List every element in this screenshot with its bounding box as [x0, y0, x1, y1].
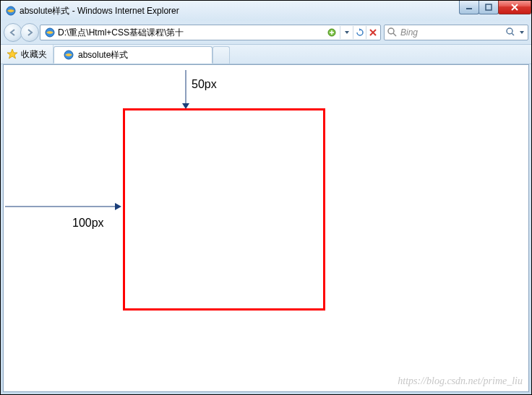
svg-rect-1	[466, 8, 472, 9]
new-tab-button[interactable]	[213, 46, 230, 64]
maximize-button[interactable]	[479, 0, 499, 14]
tab-active[interactable]: absolute样式	[53, 46, 213, 64]
minimize-button[interactable]	[459, 0, 479, 14]
refresh-button[interactable]	[353, 26, 366, 39]
window-controls	[460, 0, 531, 14]
search-dropdown-icon[interactable]	[506, 27, 516, 38]
stop-button[interactable]	[366, 26, 379, 39]
left-offset-label: 100px	[72, 217, 104, 230]
tab-title: absolute样式	[78, 49, 128, 61]
favorites-button[interactable]: 收藏夹	[1, 45, 53, 64]
ie-icon	[5, 5, 17, 17]
search-options-icon[interactable]	[519, 30, 525, 35]
browser-window: absolute样式 - Windows Internet Explorer	[1, 1, 531, 394]
arrow-left	[4, 199, 126, 214]
star-icon	[7, 48, 18, 60]
search-box[interactable]: Bing	[384, 25, 528, 40]
window-title: absolute样式 - Windows Internet Explorer	[20, 5, 179, 17]
positioned-box	[123, 108, 325, 311]
address-bar[interactable]: D:\重点\Html+CSS基础课程\第十	[40, 25, 381, 40]
svg-point-6	[507, 28, 512, 34]
titlebar: absolute样式 - Windows Internet Explorer	[1, 1, 531, 21]
svg-rect-2	[486, 4, 492, 10]
tab-bar: 收藏夹 absolute样式	[1, 44, 531, 64]
nav-buttons	[4, 23, 37, 42]
page-icon	[44, 27, 56, 38]
svg-point-5	[388, 28, 394, 34]
tab-icon	[63, 49, 74, 61]
close-button[interactable]	[498, 0, 531, 14]
watermark: https://blog.csdn.net/prime_liu	[398, 376, 523, 387]
page-viewport: 50px 100px https://blog.csdn.net/prime_l…	[3, 64, 529, 392]
search-icon	[387, 27, 398, 38]
nav-toolbar: D:\重点\Html+CSS基础课程\第十 Bing	[1, 21, 531, 44]
compat-icon[interactable]	[326, 27, 338, 38]
top-offset-label: 50px	[192, 78, 217, 91]
favorites-label: 收藏夹	[21, 48, 47, 61]
forward-button[interactable]	[20, 23, 39, 42]
search-placeholder: Bing	[400, 27, 503, 38]
address-text: D:\重点\Html+CSS基础课程\第十	[58, 27, 324, 39]
address-dropdown[interactable]	[340, 26, 353, 39]
